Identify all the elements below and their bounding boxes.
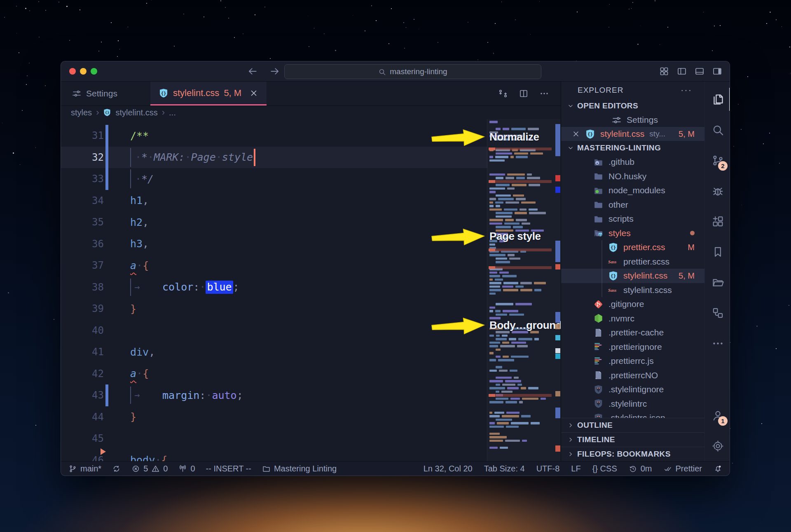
section-open-editors[interactable]: OPEN EDITORS — [561, 99, 704, 113]
extensions-activity-button[interactable] — [705, 206, 730, 237]
command-center-search[interactable]: mastering-linting — [284, 64, 541, 79]
status-item[interactable] — [112, 464, 121, 473]
code-line-33[interactable]: 33·*/ — [61, 168, 487, 190]
double-check-icon — [664, 464, 672, 473]
tree-item--prettierignore[interactable]: .prettierignore — [561, 340, 704, 354]
tree-item-prettier-css[interactable]: {}prettier.cssM — [561, 240, 704, 255]
code-line-31[interactable]: 31/** — [61, 125, 487, 147]
account-activity-button[interactable]: 1 — [705, 400, 730, 431]
search-activity-button[interactable] — [705, 115, 730, 145]
extensions-icon — [711, 215, 724, 228]
tree-item--stylelintrc-json[interactable]: .stylelintrc.json — [561, 411, 704, 418]
debug-activity-button[interactable] — [705, 176, 730, 206]
code-line-44[interactable]: 44} — [61, 406, 487, 428]
tree-item-node-modules[interactable]: node_modules — [561, 183, 704, 198]
code-line-38[interactable]: 38→color:·blue; — [61, 277, 487, 298]
breadcrumb-item-symbol[interactable]: ... — [169, 108, 176, 117]
minimize-window-button[interactable] — [80, 68, 87, 75]
code-line-40[interactable]: 40 — [61, 320, 487, 342]
status-item[interactable]: -- INSERT -- — [206, 464, 251, 473]
line-number: 45 — [61, 433, 118, 444]
tree-item-prettier-scss[interactable]: Sassprettier.scss — [561, 255, 704, 269]
tree-item--github[interactable]: .github — [561, 155, 704, 169]
code-line-43[interactable]: 43→margin:·auto; — [61, 384, 487, 406]
code-line-35[interactable]: 35h2, — [61, 211, 487, 233]
tab-stylelint-css[interactable]: {} stylelint.css 5, M — [150, 82, 267, 105]
open-editor-stylelint-css[interactable]: {}stylelint.csssty...5, M — [561, 127, 704, 141]
item-label: prettier.scss — [623, 257, 669, 267]
tree-item-styles[interactable]: {}styles — [561, 226, 704, 241]
code-line-42[interactable]: 42a·{ — [61, 363, 487, 385]
fold-marker[interactable] — [101, 448, 106, 455]
breadcrumb-item-styles[interactable]: styles — [71, 108, 92, 117]
panel-right-icon[interactable] — [712, 66, 722, 76]
more-icon[interactable] — [539, 89, 549, 98]
panel-bottom-icon[interactable] — [695, 66, 704, 76]
tree-item--nvmrc[interactable]: .nvmrc — [561, 312, 704, 326]
code-line-36[interactable]: 36h3, — [61, 233, 487, 255]
status-item[interactable]: {} CSS — [592, 464, 617, 473]
status-item[interactable]: 0m — [629, 464, 652, 473]
more-activity-button[interactable] — [705, 328, 730, 359]
more-icon[interactable]: ··· — [681, 85, 692, 96]
modified-dot — [690, 231, 695, 235]
status-text: {} CSS — [592, 464, 617, 473]
code-line-39[interactable]: 39} — [61, 298, 487, 320]
tree-item--prettier-cache[interactable]: .prettier-cache — [561, 326, 704, 340]
tree-item--stylelintrc[interactable]: .stylelintrc — [561, 397, 704, 411]
annotation-arrow-page-style — [431, 227, 486, 248]
back-icon[interactable] — [247, 66, 258, 77]
split-editor-icon[interactable] — [519, 89, 529, 98]
tree-item-other[interactable]: other — [561, 198, 704, 212]
code-line-46[interactable]: 46body·{ — [61, 450, 487, 462]
forward-icon[interactable] — [269, 66, 280, 77]
tree-item--gitignore[interactable]: .gitignore — [561, 297, 704, 312]
bookmark-activity-button[interactable] — [705, 237, 730, 267]
section-fileops-bookmarks[interactable]: FILEOPS: BOOKMARKS — [561, 447, 704, 461]
stylelint-icon: {} — [608, 271, 618, 281]
close-window-button[interactable] — [69, 68, 76, 75]
minimap[interactable]: Normalize Page style Body…ground — [487, 119, 561, 461]
status-item[interactable]: UTF-8 — [536, 464, 560, 473]
maximize-window-button[interactable] — [91, 68, 97, 75]
open-editor-settings[interactable]: Settings — [561, 113, 704, 127]
tree-item-stylelint-css[interactable]: {}stylelint.css5, M — [561, 269, 704, 283]
status-item[interactable]: 0 — [178, 464, 195, 473]
tree-item--prettierrcno[interactable]: .prettierrcNO — [561, 368, 704, 383]
layout-grid-icon[interactable] — [659, 66, 669, 76]
tree-item-stylelint-scss[interactable]: Sassstylelint.scss — [561, 283, 704, 298]
code-line-32[interactable]: 32·*·MARK:·Page·style — [61, 147, 487, 169]
folder-open-activity-button[interactable] — [705, 267, 730, 298]
tree-item-no-husky[interactable]: NO.husky — [561, 169, 704, 184]
code-line-45[interactable]: 45 — [61, 428, 487, 450]
section-project[interactable]: MASTERING-LINTING — [561, 141, 704, 155]
tree-item-scripts[interactable]: scripts — [561, 212, 704, 226]
status-item[interactable]: LF — [571, 464, 580, 473]
close-icon[interactable] — [249, 89, 258, 98]
compare-icon[interactable] — [498, 89, 508, 98]
code-line-37[interactable]: 37a·{ — [61, 255, 487, 277]
source-control-activity-button[interactable]: 2 — [705, 145, 730, 176]
settings-gear-activity-button[interactable] — [705, 431, 730, 461]
code-editor[interactable]: 31/**32·*·MARK:·Page·style33·*/34h1,35h2… — [61, 119, 561, 461]
files-activity-button[interactable] — [705, 84, 730, 115]
references-activity-button[interactable] — [705, 298, 730, 328]
tree-item--stylelintignore[interactable]: .stylelintignore — [561, 382, 704, 397]
panel-left-icon[interactable] — [677, 66, 687, 76]
code-text: /** — [130, 130, 149, 142]
code-text: a·{ — [130, 260, 149, 272]
status-item[interactable] — [714, 464, 722, 473]
status-item[interactable]: Tab Size: 4 — [484, 464, 525, 473]
status-item[interactable]: Prettier — [664, 464, 702, 473]
status-item[interactable]: 50 — [131, 464, 168, 473]
tab-settings[interactable]: Settings — [61, 82, 128, 105]
code-line-41[interactable]: 41div, — [61, 341, 487, 363]
code-line-34[interactable]: 34h1, — [61, 190, 487, 212]
status-item[interactable]: Ln 32, Col 20 — [424, 464, 473, 473]
status-item[interactable]: Mastering Linting — [262, 464, 337, 473]
status-item[interactable]: main* — [68, 464, 101, 473]
tree-item--prettierrc-js[interactable]: .prettierrc.js — [561, 354, 704, 368]
section-timeline[interactable]: TIMELINE — [561, 432, 704, 447]
section-outline[interactable]: OUTLINE — [561, 418, 704, 432]
breadcrumb-item-file[interactable]: stylelint.css — [115, 108, 157, 117]
